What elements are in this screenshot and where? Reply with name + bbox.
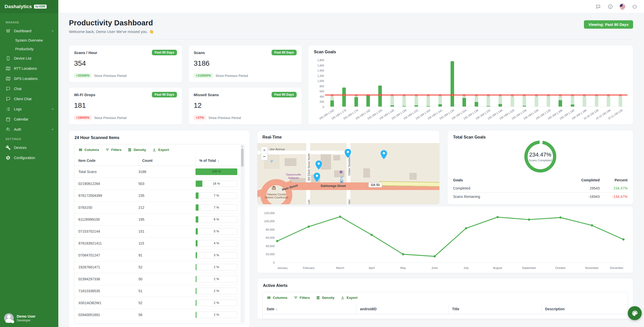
data-point[interactable] <box>276 240 278 242</box>
data-point[interactable] <box>339 216 341 218</box>
bar-stack[interactable] <box>475 95 478 107</box>
table-row[interactable]: 07831502127 % <box>74 202 244 214</box>
power-icon[interactable] <box>632 4 637 9</box>
columns-button[interactable]: Columns <box>78 148 99 152</box>
bar-stack[interactable] <box>535 95 538 107</box>
bar-stack[interactable] <box>523 95 526 107</box>
table-row[interactable]: 02840051691562 % <box>74 309 244 321</box>
bar-stack[interactable] <box>342 88 346 107</box>
map-pin-icon[interactable] <box>315 161 322 170</box>
sidebar-item-configuration[interactable]: Configuration <box>0 153 58 163</box>
sidebar-item-client-chat[interactable]: Client Chat <box>0 94 58 104</box>
column-header-androidid[interactable]: androidID <box>356 304 448 314</box>
sidebar-item-devices[interactable]: Devices <box>0 143 58 153</box>
table-scrollbar[interactable]: ▲ <box>241 145 244 323</box>
sidebar-user[interactable]: Demo User Developer <box>0 310 58 327</box>
sidebar-item-dashboard[interactable]: Dashboard <box>0 26 58 36</box>
table-row[interactable]: 9781839214111154 % <box>74 237 244 249</box>
table-row[interactable]: X001AOB2W1522 % <box>74 297 244 309</box>
map-pin-icon[interactable] <box>314 173 320 182</box>
data-point[interactable] <box>496 216 499 218</box>
column-header-item-code[interactable]: Item Code <box>78 155 138 166</box>
table-row[interactable]: 19287661471522 % <box>74 261 244 273</box>
bar-stack[interactable] <box>511 95 514 107</box>
x-tick-label: October <box>555 266 566 269</box>
sidebar-item-auth[interactable]: Auth <box>0 124 58 134</box>
data-point[interactable] <box>465 227 467 229</box>
table-row[interactable]: 71810336535512 % <box>74 285 244 297</box>
filters-button[interactable]: Filters <box>294 296 310 300</box>
column-header-date[interactable]: Date↓ <box>267 304 356 314</box>
column-header-count[interactable]: Count <box>138 155 195 166</box>
bar-slot: 192.168.1.206 <box>554 60 566 107</box>
density-button[interactable]: Density <box>128 148 146 152</box>
bar-stack[interactable] <box>547 95 550 107</box>
sidebar-subitem-productivity[interactable]: Productivity <box>0 45 58 53</box>
table-row[interactable]: 02394297338502 % <box>74 273 244 285</box>
sidebar-item-gps-locations[interactable]: GPS Locations <box>0 74 58 84</box>
data-point[interactable] <box>402 253 404 255</box>
viewing-range-button[interactable]: Viewing: Past 90 Days <box>584 20 633 29</box>
columns-button[interactable]: Columns <box>267 296 288 300</box>
map-pin-icon[interactable] <box>345 149 351 158</box>
bar-stack[interactable] <box>487 95 490 107</box>
data-point[interactable] <box>370 234 373 236</box>
sidebar-item-chat[interactable]: Chat <box>0 84 58 94</box>
sidebar-item-logs[interactable]: Logs <box>0 104 58 114</box>
bar-stack[interactable] <box>366 95 370 107</box>
bar-stack[interactable] <box>415 95 418 107</box>
x-tick-label: June <box>432 266 438 269</box>
chat-icon[interactable] <box>595 4 601 9</box>
data-point[interactable] <box>308 226 310 228</box>
bar-stack[interactable] <box>354 95 358 107</box>
table-row[interactable]: 9781720043992357 % <box>74 190 244 202</box>
column-header-description[interactable]: Description <box>541 304 628 314</box>
theme-palette-button[interactable] <box>628 306 642 320</box>
bar-stack[interactable] <box>390 95 394 107</box>
sidebar-item-rtt-locations[interactable]: RTT Locations <box>0 63 58 74</box>
sidebar-subitem-system-overview[interactable]: System Overview <box>0 36 58 45</box>
zoom-out-button[interactable]: − <box>261 153 267 160</box>
bar-stack[interactable] <box>595 95 598 107</box>
column-header-percent[interactable]: % of Total↓ <box>195 155 244 166</box>
bar-completed <box>523 106 526 107</box>
table-row[interactable]: 611269991001956 % <box>74 214 244 226</box>
bar-stack[interactable] <box>438 95 442 107</box>
column-header-title[interactable]: Title <box>448 304 541 314</box>
table-row[interactable]: 071537021441515 % <box>74 226 244 237</box>
export-button[interactable]: Export <box>341 296 357 300</box>
bar-stack[interactable] <box>498 95 502 107</box>
filters-button[interactable]: Filters <box>105 148 122 152</box>
logo[interactable]: Dashalytics by GSW <box>0 0 58 13</box>
bar-stack[interactable] <box>426 95 430 107</box>
density-button[interactable]: Density <box>316 296 334 300</box>
data-point[interactable] <box>591 224 593 227</box>
bar-stack[interactable] <box>462 95 466 107</box>
table-row[interactable]: 07084701247913 % <box>74 249 244 261</box>
cell-percent: 2 % <box>195 312 244 318</box>
data-point[interactable] <box>622 238 624 240</box>
bar-stack[interactable] <box>571 95 574 107</box>
table-row[interactable]: 0219081228450316 % <box>74 178 244 190</box>
us-flag-icon[interactable] <box>620 4 625 9</box>
sidebar-item-device-list[interactable]: Device List <box>0 53 58 63</box>
bar-stack[interactable] <box>619 95 622 107</box>
export-button[interactable]: Export <box>152 148 169 152</box>
alerts-table: ColumnsFiltersDensityExport Date↓ androi… <box>262 292 628 319</box>
realtime-map[interactable]: cker Avenue Bill Elliott Street North Go… <box>257 143 439 204</box>
bar-stack[interactable] <box>451 61 454 107</box>
bar-stack[interactable] <box>402 95 406 107</box>
bar-stack[interactable] <box>330 95 334 107</box>
sidebar-item-calendar[interactable]: Calendar <box>0 114 58 124</box>
x-tick-label: July <box>463 266 469 269</box>
table-row[interactable]: Total Scans3186100 % <box>74 166 244 178</box>
map-pin-icon[interactable] <box>381 150 387 159</box>
data-point[interactable] <box>434 255 436 257</box>
info-icon[interactable] <box>607 4 613 9</box>
bar-stack[interactable] <box>559 95 562 107</box>
bar-stack[interactable] <box>607 95 610 107</box>
data-point[interactable] <box>528 218 530 221</box>
zoom-in-button[interactable]: + <box>261 147 267 153</box>
bar-stack[interactable] <box>583 95 586 107</box>
data-point[interactable] <box>559 216 562 219</box>
